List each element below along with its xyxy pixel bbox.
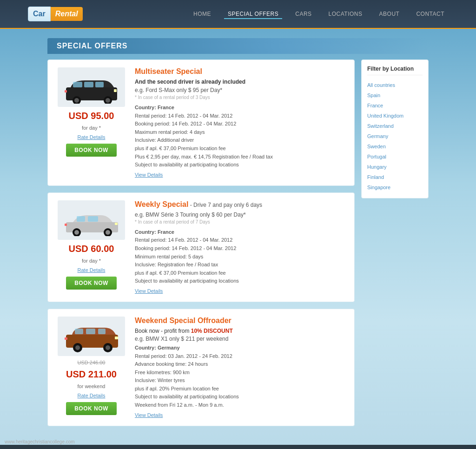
offer-right-weekly: Weekly Special - Drive 7 and pay only 6 … (135, 200, 347, 294)
nav-cars[interactable]: CARS (291, 9, 315, 19)
offers-list: USD 95.00 for day * Rate Details BOOK NO… (47, 59, 355, 426)
offer-detail-line-6: Subject to availability at participating… (135, 161, 347, 169)
offer-left-offroader: USD 246.00 USD 211.00 for weekend Rate D… (55, 317, 127, 418)
offer-detail-w0: Rental period: 14 Feb. 2012 - 04 Mar. 20… (135, 236, 347, 244)
book-button-multiseater[interactable]: BOOK NOW (66, 144, 117, 157)
offer-detail-o4: plus if apl. 20% Premium location fee (135, 385, 347, 393)
rate-details-link-weekly[interactable]: Rate Details (78, 267, 106, 273)
car-image-offroader (58, 317, 125, 356)
offer-right-offroader: Weekend Special Offroader Book now - pro… (135, 317, 347, 418)
svg-rect-3 (95, 82, 104, 87)
filter-finland[interactable]: Finland (367, 172, 423, 182)
offer-details-offroader: Country: Germany Rental period: 03 Jan. … (135, 344, 347, 409)
nav-home[interactable]: HOME (190, 9, 215, 19)
offer-detail-w2: Minimum rental period: 5 days (135, 253, 347, 261)
svg-rect-27 (115, 337, 118, 339)
offer-detail-o6: Weekend from Fri 12 a.m. - Mon 9 a.m. (135, 401, 347, 409)
site-url: www.heritagechristiancollege.com (5, 439, 75, 444)
offer-detail-o1: Advance booking time: 24 hours (135, 360, 347, 369)
nav-locations[interactable]: LOCATIONS (325, 9, 366, 19)
offer-title-weekly: Weekly Special - Drive 7 and pay only 6 … (135, 200, 347, 209)
offer-left-multiseater: USD 95.00 for day * Rate Details BOOK NO… (55, 67, 127, 178)
filter-spain[interactable]: Spain (367, 90, 423, 100)
view-details-link-weekly[interactable]: View Details (135, 288, 163, 294)
filter-sweden[interactable]: Sweden (367, 141, 423, 152)
offer-old-price-offroader: USD 246.00 (78, 360, 106, 365)
offer-discount-offroader: Book now - profit from 10% DISCOUNT (135, 328, 347, 334)
offer-price-multiseater: USD 95.00 (69, 111, 114, 121)
svg-point-7 (106, 98, 110, 103)
section-header: SPECIAL OFFERS (47, 38, 429, 54)
footer: © 2012 DomainName.com. All rights reserv… (0, 445, 476, 449)
nav-about[interactable]: ABOUT (376, 9, 403, 19)
logo-car: Car (28, 7, 51, 21)
filter-uk[interactable]: United Kingdom (367, 111, 423, 121)
offer-country-multiseater: Country: France (135, 104, 347, 112)
filter-germany[interactable]: Germany (367, 131, 423, 141)
offer-detail-line-3: Inclusive: Additional driver (135, 136, 347, 145)
filter-title: Filter by Location (367, 66, 423, 75)
svg-point-16 (106, 230, 110, 235)
book-button-weekly[interactable]: BOOK NOW (66, 277, 117, 290)
offer-tagline-multiseater: e.g. Ford S-Max only $ 95 per Day* (135, 87, 347, 93)
filter-box: Filter by Location All countries Spain F… (361, 59, 429, 198)
offer-details-multiseater: Country: France Rental period: 14 Feb. 2… (135, 104, 347, 169)
offer-left-weekly: USD 60.00 for day * Rate Details BOOK NO… (55, 200, 127, 294)
offer-detail-w1: Booking period: 14 Feb. 2012 - 04 Mar. 2… (135, 244, 347, 253)
filter-france[interactable]: France (367, 100, 423, 111)
offer-price-offroader: USD 211.00 (66, 369, 117, 380)
nav-special-offers[interactable]: SPECIAL OFFERS (224, 9, 282, 19)
car-image-multiseater (58, 67, 125, 107)
view-details-link-multiseater[interactable]: View Details (135, 172, 163, 178)
filter-hungary[interactable]: Hungary (367, 162, 423, 172)
svg-point-24 (75, 345, 80, 350)
rate-details-link-multiseater[interactable]: Rate Details (78, 134, 106, 140)
offer-detail-line-5: Plus € 2,95 per day, max. € 14,75 Regist… (135, 153, 347, 161)
offer-title-offroader: Weekend Special Offroader (135, 317, 347, 325)
filter-all-countries[interactable]: All countries (367, 80, 423, 90)
logo-rental: Rental (51, 7, 83, 21)
book-button-offroader[interactable]: BOOK NOW (66, 402, 117, 415)
rate-details-link-offroader[interactable]: Rate Details (78, 393, 106, 398)
offer-note-multiseater: * In case of a rental period of 3 Days (135, 95, 347, 100)
car-image-weekly (58, 200, 125, 240)
offer-card-multiseater: USD 95.00 for day * Rate Details BOOK NO… (47, 59, 355, 186)
nav-contact[interactable]: CONTACT (412, 9, 448, 19)
svg-rect-28 (65, 337, 67, 340)
view-details-link-offroader[interactable]: View Details (135, 412, 163, 418)
svg-rect-20 (75, 329, 83, 334)
content-area: USD 95.00 for day * Rate Details BOOK NO… (47, 59, 429, 426)
offer-detail-w3: Inclusive: Registration fee / Road tax (135, 261, 347, 269)
svg-rect-9 (65, 90, 67, 92)
svg-rect-8 (114, 89, 117, 92)
offer-subtitle-multiseater: And the second driver is already include… (135, 79, 347, 85)
offer-price-weekly: USD 60.00 (69, 244, 114, 254)
svg-rect-17 (115, 223, 118, 225)
svg-rect-21 (86, 329, 95, 334)
offer-detail-o5: Subject to availability at participating… (135, 393, 347, 401)
svg-point-5 (74, 98, 79, 103)
offer-country-weekly: Country: France (135, 228, 347, 237)
svg-point-14 (74, 230, 79, 235)
offer-price-period-offroader: for weekend (78, 383, 106, 389)
offer-title-multiseater: Multiseater Special (135, 67, 347, 76)
logo[interactable]: Car Rental (28, 7, 83, 21)
page-title: SPECIAL OFFERS (57, 42, 419, 50)
svg-rect-12 (88, 216, 98, 222)
offer-card-weekly: USD 60.00 for day * Rate Details BOOK NO… (47, 192, 355, 302)
svg-rect-2 (84, 82, 93, 87)
filter-portugal[interactable]: Portugal (367, 152, 423, 162)
offer-detail-w4: plus if apl. € 37,00 Premium location fe… (135, 269, 347, 277)
offer-detail-line-4: plus if apl. € 37,00 Premium location fe… (135, 145, 347, 153)
offer-price-period-multiseater: for day * (82, 125, 101, 131)
offer-detail-line-1: Booking period: 14 Feb. 2012 - 04 Mar. 2… (135, 120, 347, 128)
offer-detail-line-0: Rental period: 14 Feb. 2012 - 04 Mar. 20… (135, 112, 347, 120)
svg-point-26 (106, 345, 110, 350)
main-content: SPECIAL OFFERS (43, 38, 433, 426)
filter-singapore[interactable]: Singapore (367, 182, 423, 192)
sidebar: Filter by Location All countries Spain F… (361, 59, 429, 426)
offer-detail-o3: Inclusive: Winter tyres (135, 376, 347, 385)
filter-switzerland[interactable]: Switzerland (367, 121, 423, 131)
offer-detail-o0: Rental period: 03 Jan. 2012 - 24 Feb. 20… (135, 352, 347, 361)
offer-detail-w5: Subject to availability at participating… (135, 277, 347, 285)
